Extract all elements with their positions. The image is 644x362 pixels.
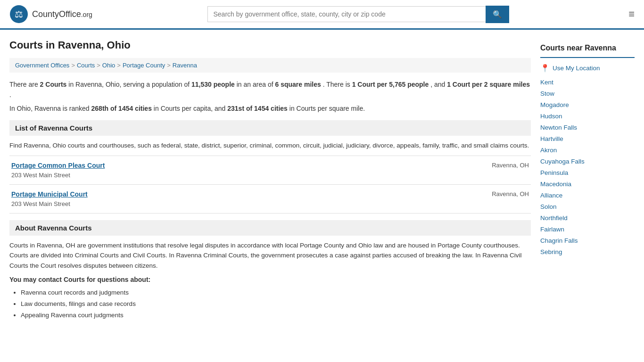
breadcrumb-sep-2: >	[97, 62, 100, 69]
sidebar-link-cuyahoga-falls[interactable]: Cuyahoga Falls	[540, 158, 585, 165]
logo[interactable]: ⚖ CountyOffice.org	[9, 5, 92, 24]
stats-rank-capita: 268th of 1454 cities	[91, 105, 152, 112]
sidebar-item-fairlawn: Fairlawn	[540, 225, 635, 233]
stats-area: 6 square miles	[275, 81, 321, 88]
svg-text:⚖: ⚖	[15, 9, 23, 19]
stats-and: , and	[430, 81, 447, 88]
stats-ranking: In Ohio, Ravenna is ranked	[9, 105, 91, 112]
logo-name: CountyOffice	[32, 9, 81, 19]
sidebar-link-solon[interactable]: Solon	[540, 203, 557, 210]
page-title: Courts in Ravenna, Ohio	[9, 39, 531, 51]
breadcrumb-portage-county[interactable]: Portage County	[123, 62, 165, 69]
court-name-1[interactable]: Portage Common Pleas Court	[11, 162, 105, 169]
sidebar-link-chagrin-falls[interactable]: Chagrin Falls	[540, 237, 578, 244]
contact-list: Ravenna court records and judgments Law …	[9, 287, 531, 321]
sidebar-link-sebring[interactable]: Sebring	[540, 248, 562, 255]
sidebar-link-macedonia[interactable]: Macedonia	[540, 181, 571, 188]
sidebar-item-alliance: Alliance	[540, 191, 635, 199]
stats-rank-capita-suffix: in Courts per capita, and	[154, 105, 227, 112]
stats-per-capita: 1 Court per 5,765 people	[352, 81, 429, 88]
stats-rank-area-suffix: in Courts per square mile.	[289, 105, 365, 112]
sidebar-item-hudson: Hudson	[540, 112, 635, 120]
sidebar-link-newton-falls[interactable]: Newton Falls	[540, 124, 577, 131]
sidebar-item-northfield: Northfield	[540, 214, 635, 222]
sidebar-item-stow: Stow	[540, 90, 635, 97]
menu-icon[interactable]: ≡	[628, 8, 635, 20]
court-item-1-info: Portage Common Pleas Court 203 West Main…	[11, 162, 105, 179]
court-item-1: Portage Common Pleas Court 203 West Main…	[9, 156, 531, 185]
site-header: ⚖ CountyOffice.org 🔍 ≡	[0, 0, 644, 30]
sidebar-item-sebring: Sebring	[540, 248, 635, 255]
list-description: Find Ravenna, Ohio courts and courthouse…	[9, 140, 531, 151]
logo-icon: ⚖	[9, 5, 28, 24]
breadcrumb-government-offices[interactable]: Government Offices	[15, 62, 69, 69]
stats-intro: There are	[9, 81, 40, 88]
search-input[interactable]	[207, 6, 486, 22]
sidebar-link-akron[interactable]: Akron	[540, 147, 557, 154]
court-item-2-info: Portage Municipal Court 203 West Main St…	[11, 190, 88, 207]
sidebar-link-mogadore[interactable]: Mogadore	[540, 101, 569, 108]
sidebar-item-kent: Kent	[540, 78, 635, 86]
stats-per-area: 1 Court per 2 square miles	[447, 81, 530, 88]
sidebar-link-hudson[interactable]: Hudson	[540, 113, 562, 120]
use-location[interactable]: 📍 Use My Location	[540, 64, 635, 73]
sidebar-title: Courts near Ravenna	[540, 39, 635, 58]
stats-courts-count: 2 Courts	[40, 81, 67, 88]
breadcrumb-ravenna[interactable]: Ravenna	[173, 62, 197, 69]
contact-item-2: Law documents, filings and case records	[21, 298, 531, 310]
sidebar-link-fairlawn[interactable]: Fairlawn	[540, 226, 564, 233]
sidebar-item-chagrin-falls: Chagrin Falls	[540, 237, 635, 244]
court-item-2: Portage Municipal Court 203 West Main St…	[9, 185, 531, 214]
court-name-2[interactable]: Portage Municipal Court	[11, 190, 88, 198]
search-bar: 🔍	[207, 6, 509, 23]
sidebar-item-hartville: Hartville	[540, 135, 635, 142]
sidebar-link-northfield[interactable]: Northfield	[540, 214, 568, 222]
sidebar-item-mogadore: Mogadore	[540, 101, 635, 108]
sidebar-item-solon: Solon	[540, 203, 635, 210]
sidebar-item-macedonia: Macedonia	[540, 180, 635, 188]
list-section-header: List of Ravenna Courts	[9, 120, 531, 136]
sidebar-item-cuyahoga-falls: Cuyahoga Falls	[540, 157, 635, 165]
search-button[interactable]: 🔍	[486, 6, 509, 23]
stats-area-suffix: . There is	[323, 81, 352, 88]
court-address-1: 203 West Main Street	[11, 172, 70, 179]
stats-population: 11,530 people	[191, 81, 235, 88]
court-address-2: 203 West Main Street	[11, 200, 70, 207]
breadcrumb-ohio[interactable]: Ohio	[102, 62, 115, 69]
breadcrumb-sep-4: >	[167, 62, 171, 69]
sidebar-item-peninsula: Peninsula	[540, 169, 635, 176]
court-list: Portage Common Pleas Court 203 West Main…	[9, 156, 531, 214]
contact-item-1: Ravenna court records and judgments	[21, 287, 531, 298]
breadcrumb: Government Offices > Courts > Ohio > Por…	[9, 58, 531, 73]
stats-rank-area: 231st of 1454 cities	[227, 105, 288, 112]
main-container: Courts in Ravenna, Ohio Government Offic…	[0, 30, 644, 330]
stats-block: There are 2 Courts in Ravenna, Ohio, ser…	[9, 79, 531, 114]
contact-item-3: Appealing Ravenna court judgments	[21, 310, 531, 321]
sidebar-link-alliance[interactable]: Alliance	[540, 192, 562, 199]
sidebar-nearby-list: Kent Stow Mogadore Hudson Newton Falls H…	[540, 78, 635, 255]
breadcrumb-courts[interactable]: Courts	[77, 62, 95, 69]
stats-period: .	[9, 91, 11, 99]
pin-icon: 📍	[540, 64, 550, 73]
breadcrumb-sep-1: >	[71, 62, 75, 69]
logo-text: CountyOffice.org	[32, 9, 92, 19]
contact-heading: You may contact Courts for questions abo…	[9, 276, 531, 283]
court-location-2: Ravenna, OH	[492, 190, 529, 197]
about-section-header: About Ravenna Courts	[9, 220, 531, 236]
sidebar: Courts near Ravenna 📍 Use My Location Ke…	[540, 39, 635, 321]
about-body: Courts in Ravenna, OH are government ins…	[9, 240, 531, 271]
logo-suffix: .org	[81, 11, 92, 18]
sidebar-item-newton-falls: Newton Falls	[540, 123, 635, 131]
stats-area-prefix: in an area of	[237, 81, 275, 88]
content-area: Courts in Ravenna, Ohio Government Offic…	[9, 39, 531, 321]
stats-in-city: in Ravenna, Ohio, serving a population o…	[68, 81, 191, 88]
use-location-label: Use My Location	[553, 65, 600, 72]
sidebar-item-akron: Akron	[540, 146, 635, 154]
sidebar-link-kent[interactable]: Kent	[540, 79, 553, 86]
sidebar-link-peninsula[interactable]: Peninsula	[540, 169, 568, 176]
breadcrumb-sep-3: >	[117, 62, 121, 69]
sidebar-link-hartville[interactable]: Hartville	[540, 135, 563, 142]
sidebar-link-stow[interactable]: Stow	[540, 90, 554, 97]
court-location-1: Ravenna, OH	[492, 162, 529, 169]
